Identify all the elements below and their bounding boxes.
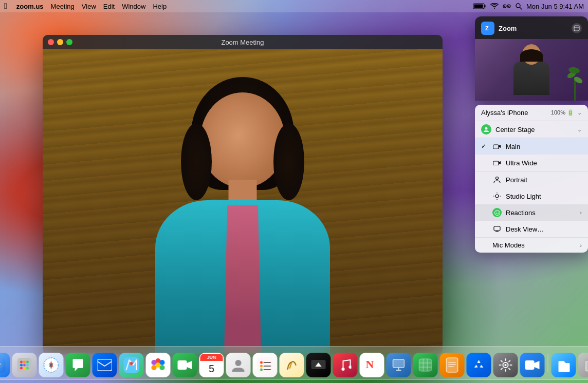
zoom-notification[interactable]: Z Zoom	[475, 16, 588, 101]
mic-modes-arrow-icon: ›	[580, 242, 582, 248]
reactions-label: Reactions	[506, 209, 576, 217]
portrait-item[interactable]: Portrait	[475, 171, 588, 188]
svg-point-51	[130, 362, 133, 365]
menu-meeting[interactable]: Meeting	[51, 3, 75, 10]
check-icon: ✓	[481, 143, 488, 150]
mic-modes-label: Mic Modes	[492, 241, 576, 249]
menu-clock: Mon Jun 5 9:41 AM	[526, 3, 584, 10]
calendar-month-label: JUN	[207, 355, 216, 360]
app-name[interactable]: zoom.us	[16, 3, 44, 10]
svg-rect-81	[447, 358, 458, 372]
dock-icon-pages[interactable]	[440, 353, 465, 377]
dock-icon-calendar[interactable]: JUN 5	[199, 353, 224, 377]
dock-icon-messages[interactable]	[66, 353, 90, 377]
ultrawide-label: Ultra Wide	[506, 159, 582, 167]
svg-rect-87	[525, 360, 535, 370]
dock-icon-tv[interactable]	[306, 353, 331, 377]
dock-icon-keynote[interactable]	[387, 353, 411, 377]
dock-icon-freeform[interactable]	[280, 353, 304, 377]
dock-icon-mail[interactable]	[93, 353, 117, 377]
center-stage-row[interactable]: Center Stage ⌄	[475, 121, 588, 138]
svg-point-61	[260, 361, 263, 364]
svg-rect-2	[474, 5, 483, 8]
dock-icon-appstore[interactable]	[467, 353, 491, 377]
notification-panel: Z Zoom	[475, 16, 588, 253]
fullscreen-button[interactable]	[66, 39, 72, 45]
close-button[interactable]	[48, 39, 54, 45]
svg-point-16	[496, 177, 499, 180]
studio-light-item[interactable]: Studio Light	[475, 188, 588, 204]
svg-point-42	[26, 367, 29, 370]
dock-icon-zoom[interactable]	[520, 353, 545, 377]
reactions-arrow-icon: ›	[580, 209, 582, 216]
minimize-button[interactable]	[57, 39, 63, 45]
camera-option-main[interactable]: ✓ Main	[475, 138, 588, 155]
dock-icon-numbers[interactable]	[413, 353, 438, 377]
svg-point-65	[260, 369, 263, 371]
dock-icon-music[interactable]	[333, 353, 358, 377]
reactions-item[interactable]: Reactions ›	[475, 204, 588, 221]
main-camera-icon	[492, 142, 502, 151]
dock-icon-reminders[interactable]	[253, 353, 278, 377]
center-stage-icon	[481, 124, 491, 135]
svg-rect-25	[494, 226, 500, 231]
svg-point-22	[494, 210, 500, 215]
menu-window[interactable]: Window	[122, 3, 145, 10]
notification-expand-button[interactable]	[572, 23, 582, 33]
dock-separator	[548, 354, 548, 372]
camera-option-ultrawide[interactable]: Ultra Wide	[475, 155, 588, 171]
center-stage-chevron-icon: ⌄	[577, 126, 582, 133]
svg-point-86	[505, 364, 507, 366]
svg-rect-92	[584, 359, 589, 361]
desk-view-label: Desk View…	[506, 225, 582, 233]
search-icon[interactable]	[515, 3, 522, 10]
svg-point-36	[26, 361, 29, 363]
svg-point-13	[485, 127, 488, 130]
svg-rect-11	[574, 26, 579, 31]
svg-point-5	[504, 6, 505, 7]
dock-icon-maps[interactable]	[119, 353, 144, 377]
calendar-date-label: 5	[209, 363, 214, 375]
svg-point-70	[349, 366, 352, 369]
svg-rect-58	[178, 360, 187, 370]
menu-view[interactable]: View	[82, 3, 96, 10]
apple-menu[interactable]: 	[4, 2, 7, 11]
dock-icon-news[interactable]: N	[360, 353, 384, 377]
studio-light-icon	[492, 192, 502, 201]
svg-point-56	[152, 360, 157, 365]
device-name-row: Alyssa's iPhone 100% 🔋 ⌄	[475, 105, 588, 121]
dock-icon-trash[interactable]	[578, 353, 589, 377]
portrait-label: Portrait	[506, 176, 582, 184]
menu-edit[interactable]: Edit	[103, 3, 115, 10]
dock-icon-launchpad[interactable]	[12, 353, 37, 377]
control-center-icon[interactable]	[503, 3, 511, 9]
dock-icon-files[interactable]	[552, 353, 576, 377]
menu-help[interactable]: Help	[153, 3, 167, 10]
zoom-meeting-window: Zoom Meeting	[43, 35, 443, 354]
dock-icon-finder[interactable]	[0, 353, 10, 377]
mic-modes-item[interactable]: Mic Modes ›	[475, 238, 588, 253]
svg-rect-15	[493, 161, 499, 165]
dock-icon-safari[interactable]	[39, 353, 64, 377]
svg-point-23	[495, 212, 497, 213]
battery-level: 100% 🔋	[551, 109, 574, 116]
traffic-lights	[48, 39, 72, 45]
dock-icon-contacts[interactable]	[226, 353, 251, 377]
svg-rect-88	[585, 360, 589, 372]
svg-rect-14	[493, 145, 499, 149]
svg-point-6	[508, 6, 509, 7]
portrait-icon	[492, 175, 502, 184]
svg-point-17	[495, 195, 499, 198]
dock: JUN 5	[0, 346, 588, 380]
device-chevron-icon[interactable]: ⌄	[577, 109, 582, 116]
camera-dropdown[interactable]: Alyssa's iPhone 100% 🔋 ⌄ Center Stage ⌄ …	[475, 105, 588, 253]
desk-view-item[interactable]: Desk View…	[475, 221, 588, 237]
svg-rect-49	[98, 359, 112, 371]
dock-icon-photos[interactable]	[146, 353, 171, 377]
svg-text:Z: Z	[485, 25, 489, 31]
svg-point-63	[260, 365, 263, 368]
svg-point-69	[342, 368, 345, 371]
device-name: Alyssa's iPhone	[481, 109, 528, 117]
dock-icon-settings[interactable]	[493, 353, 518, 377]
dock-icon-facetime[interactable]	[173, 353, 197, 377]
